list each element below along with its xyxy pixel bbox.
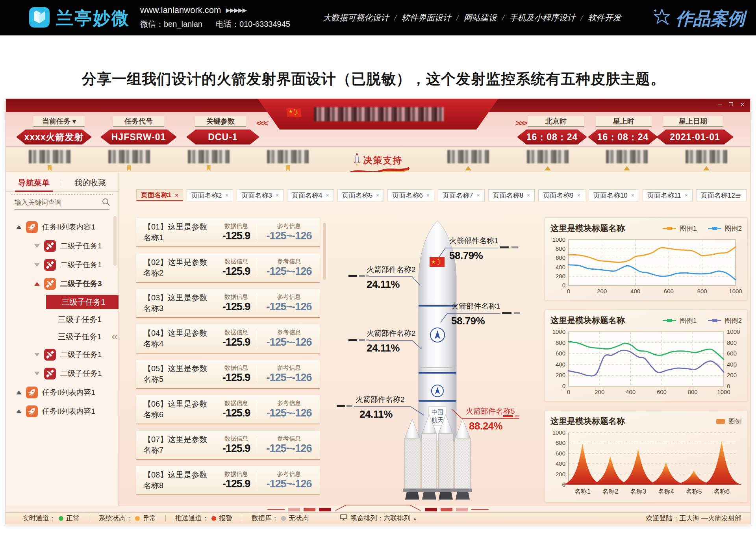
tree-item-level2[interactable]: 二级子任务1 xyxy=(6,364,118,383)
site-url[interactable]: www.lanlanwork.com xyxy=(140,5,221,15)
tab-close-icon[interactable]: × xyxy=(685,192,688,198)
app-title-banner: ★ xyxy=(258,99,498,130)
caret-down-icon[interactable] xyxy=(34,244,40,248)
service-link-5[interactable]: 软件开发 xyxy=(588,12,621,23)
page-tab-2[interactable]: 页面名称2× xyxy=(187,189,233,201)
caret-down-icon[interactable] xyxy=(34,353,40,357)
expand-right-arrows[interactable]: >>> xyxy=(514,118,527,128)
caret-down-icon[interactable] xyxy=(34,263,40,267)
tree-item-level3[interactable]: 三级子任务1 xyxy=(6,328,118,345)
param-card-3[interactable]: 【03】这里是参数名称3数据信息-125.9参考信息-125~-126 xyxy=(136,289,320,318)
page-tab-label: 页面名称1 xyxy=(141,191,171,200)
nav-item-redacted-2[interactable] xyxy=(108,147,150,172)
services-nav: 大数据可视化设计/软件界面设计/网站建设/手机及小程序设计/软件开发 xyxy=(323,0,621,35)
param-card-7[interactable]: 【07】这里是参数名称7数据信息-125.9参考信息-125~-126 xyxy=(136,431,320,460)
tab-close-icon[interactable]: × xyxy=(225,192,228,198)
page-tab-1[interactable]: 页面名称1× xyxy=(136,189,183,201)
page-tab-10[interactable]: 页面名称10× xyxy=(589,189,639,201)
sidebar-scrollbar[interactable] xyxy=(113,216,117,266)
tree-item-level1[interactable]: 任务II列表内容1 xyxy=(6,383,118,402)
param-data-value: -125.9 xyxy=(215,442,258,455)
sidebar-tab-1[interactable]: 导航菜单 xyxy=(6,176,62,192)
search-icon[interactable] xyxy=(102,198,110,208)
more-tabs-menu-icon[interactable]: ≡ xyxy=(735,190,741,201)
nav-item-redacted-3[interactable] xyxy=(188,147,230,172)
legend-item[interactable]: 图例2 xyxy=(708,316,742,325)
page-tab-5[interactable]: 页面名称5× xyxy=(337,189,384,201)
tab-close-icon[interactable]: × xyxy=(376,192,379,198)
tab-close-icon[interactable]: × xyxy=(426,192,430,198)
tab-close-icon[interactable]: × xyxy=(326,192,329,198)
layout-caret-icon[interactable]: ▴ xyxy=(413,516,416,521)
minimize-button[interactable]: ─ xyxy=(718,102,721,107)
legend-item[interactable]: 图例1 xyxy=(663,316,697,325)
legend-item[interactable]: 图例2 xyxy=(708,224,742,233)
service-link-1[interactable]: 大数据可视化设计 xyxy=(323,12,389,23)
nav-item-redacted-1[interactable] xyxy=(29,147,70,172)
nav-item-redacted-9[interactable] xyxy=(686,147,727,172)
caret-up-icon[interactable] xyxy=(16,390,22,394)
page-tab-9[interactable]: 页面名称9× xyxy=(538,189,585,201)
param-data-label: 数据信息 xyxy=(215,470,258,478)
tree-item-selected[interactable]: 三级子任务1 xyxy=(46,295,121,309)
tree-item-level1[interactable]: 任务II列表内容1 xyxy=(6,402,118,421)
tab-close-icon[interactable]: × xyxy=(276,192,279,198)
portfolio-link[interactable]: 作品案例 xyxy=(652,7,745,30)
page-tab-11[interactable]: 页面名称11× xyxy=(643,189,693,201)
param-card-4[interactable]: 【04】这里是参数名称4数据信息-125.9参考信息-125~-126 xyxy=(136,324,320,353)
service-link-2[interactable]: 软件界面设计 xyxy=(402,12,451,23)
nav-item-redacted-4[interactable] xyxy=(267,147,309,172)
search-input[interactable] xyxy=(15,199,102,207)
tab-close-icon[interactable]: × xyxy=(577,192,580,198)
tree-item-level2[interactable]: 二级子任务1 xyxy=(6,237,118,255)
tab-close-icon[interactable]: × xyxy=(476,192,480,198)
tab-close-icon[interactable]: × xyxy=(175,192,178,198)
tree-item-level2[interactable]: 二级子任务3 xyxy=(6,274,118,293)
service-link-3[interactable]: 网站建设 xyxy=(464,12,497,23)
task-label-chip[interactable]: 任务代号 xyxy=(113,116,164,127)
param-card-5[interactable]: 【05】这里是参数名称5数据信息-125.9参考信息-125~-126 xyxy=(136,360,320,389)
page-tab-8[interactable]: 页面名称8× xyxy=(488,189,535,201)
param-card-1[interactable]: 【01】这里是参数名称1数据信息-125.9参考信息-125~-126 xyxy=(136,218,320,247)
task-label-chip[interactable]: 当前任务 ▾ xyxy=(33,116,85,127)
legend-item[interactable]: 图例 xyxy=(716,417,742,426)
maximize-button[interactable]: ❐ xyxy=(728,102,733,107)
decision-support-button[interactable]: 决策支持 xyxy=(354,150,403,168)
nav-item-redacted-7[interactable] xyxy=(527,147,569,172)
tree-item-level1[interactable]: 任务II列表内容1 xyxy=(6,218,118,237)
sidebar-collapse-handle[interactable]: « xyxy=(111,329,118,343)
page-tab-7[interactable]: 页面名称7× xyxy=(438,189,485,201)
param-data-value: -125.9 xyxy=(215,301,258,313)
tree-item-level2[interactable]: 二级子任务1 xyxy=(6,345,118,364)
page-tab-4[interactable]: 页面名称4× xyxy=(287,189,334,201)
caret-up-icon[interactable] xyxy=(34,282,40,286)
param-card-8[interactable]: 【08】这里是参数名称8数据信息-125.9参考信息-125~-126 xyxy=(136,466,320,495)
param-card-2[interactable]: 【02】这里是参数名称2数据信息-125.9参考信息-125~-126 xyxy=(136,254,320,283)
task-label-chip[interactable]: 关键参数 xyxy=(195,116,246,127)
nav-item-redacted-6[interactable] xyxy=(447,147,489,172)
tab-close-icon[interactable]: × xyxy=(631,192,634,198)
tab-close-icon[interactable]: × xyxy=(527,192,530,198)
tree-item-level3[interactable]: 三级子任务1 xyxy=(6,311,118,328)
chart-legend: 图例1图例2 xyxy=(663,224,742,233)
redacted-menu-label xyxy=(686,150,727,163)
status-label: 推送通道： xyxy=(175,514,209,523)
caret-up-icon[interactable] xyxy=(16,225,22,229)
logo[interactable]: 兰亭妙微 xyxy=(28,6,130,30)
nav-item-redacted-8[interactable] xyxy=(606,147,648,172)
param-card-6[interactable]: 【06】这里是参数名称6数据信息-125.9参考信息-125~-126 xyxy=(136,395,320,424)
param-ref-label: 参考信息 xyxy=(258,293,320,301)
page-tab-6[interactable]: 页面名称6× xyxy=(387,189,434,201)
param-list-scrollbar[interactable] xyxy=(323,223,326,280)
collapse-left-arrows[interactable]: <<< xyxy=(255,118,268,128)
caret-down-icon[interactable] xyxy=(34,372,40,376)
close-button[interactable]: ✕ xyxy=(740,102,745,107)
legend-item[interactable]: 图例1 xyxy=(663,224,697,233)
sidebar-tab-2[interactable]: 我的收藏 xyxy=(62,176,118,192)
nav-item-decision-support[interactable]: 决策支持 xyxy=(346,147,410,172)
caret-up-icon[interactable] xyxy=(16,409,22,413)
window-layout-control[interactable]: 视窗排列：六联排列 ▴ xyxy=(340,514,416,523)
page-tab-3[interactable]: 页面名称3× xyxy=(237,189,284,201)
service-link-4[interactable]: 手机及小程序设计 xyxy=(510,12,576,23)
tree-item-level2[interactable]: 二级子任务1 xyxy=(6,255,118,274)
